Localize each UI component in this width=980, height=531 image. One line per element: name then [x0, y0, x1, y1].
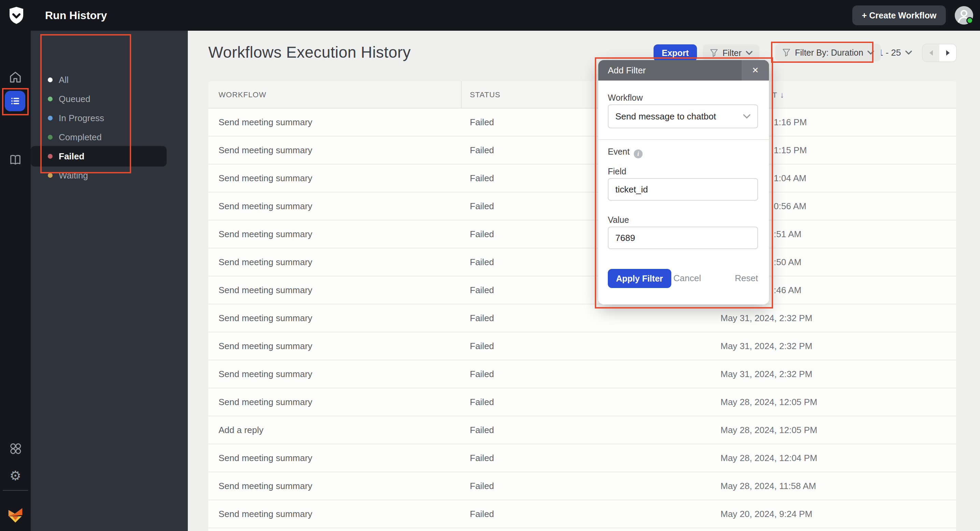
cell-started-at: May 28, 2024, 12:05 PM: [721, 416, 817, 444]
previous-page-button[interactable]: [923, 44, 939, 62]
filter-button-label: Filter: [722, 48, 742, 58]
sidebar-item-all[interactable]: All: [31, 70, 167, 89]
chevron-right-icon: [945, 50, 950, 56]
run-history-nav-button-active[interactable]: [5, 91, 25, 111]
cell-started-at: May 28, 2024, 12:04 PM: [721, 444, 817, 472]
status-dot-icon: [48, 173, 52, 178]
cell-status: Failed: [470, 249, 494, 276]
topbar: Run History + Create Workflow: [0, 0, 980, 31]
dialog-title: Add Filter: [608, 60, 646, 81]
export-button[interactable]: Export: [654, 44, 697, 62]
sidebar-item-queued[interactable]: Queued: [31, 89, 167, 109]
cell-workflow: Send meeting summary: [218, 472, 312, 499]
table-row[interactable]: Add a replyFailedMay 28, 2024, 12:05 PM: [208, 416, 956, 444]
cell-started-at: May 28, 2024, 11:58 AM: [721, 472, 816, 499]
table-row[interactable]: Send meeting summaryFailed:51 AM: [208, 220, 956, 249]
apps-nav-button[interactable]: [0, 442, 31, 455]
cell-workflow: Send meeting summary: [218, 332, 312, 360]
table-row[interactable]: Send meeting summaryFailed1:04 AM: [208, 165, 956, 192]
next-page-button[interactable]: [939, 44, 956, 62]
cell-workflow: Send meeting summary: [218, 500, 312, 528]
value-label: Value: [608, 215, 629, 225]
cell-started-at: :50 AM: [774, 249, 802, 276]
table-row[interactable]: Send meeting summaryFailed1:15 PM: [208, 136, 956, 165]
table-row[interactable]: Send meeting summaryFailedMay 28, 2024, …: [208, 388, 956, 416]
home-icon: [8, 70, 22, 84]
cell-workflow: Send meeting summary: [218, 276, 312, 304]
table-row[interactable]: Send meeting summaryFailed1:16 PM: [208, 109, 956, 136]
settings-nav-button[interactable]: ⚙: [0, 469, 31, 483]
info-icon[interactable]: i: [634, 149, 643, 159]
home-nav-button[interactable]: [0, 70, 31, 84]
filter-by-duration-button[interactable]: Filter By: Duration: [775, 44, 881, 62]
table-row[interactable]: Send meeting summaryFailed0:56 AM: [208, 192, 956, 220]
sidebar-item-label: In Progress: [59, 113, 104, 124]
sidebar-item-label: Waiting: [59, 170, 88, 181]
chevron-down-icon: [743, 114, 751, 119]
cell-workflow: Send meeting summary: [218, 388, 312, 416]
fox-icon: [6, 506, 25, 525]
cell-status: Failed: [470, 276, 494, 304]
cell-started-at: :51 AM: [774, 220, 802, 248]
column-header-started-at[interactable]: T↓: [772, 81, 784, 109]
cell-started-at: May 31, 2024, 2:32 PM: [721, 332, 812, 360]
cell-status: Failed: [470, 109, 494, 136]
status-dot-icon: [48, 116, 52, 120]
status-dot-icon: [48, 97, 52, 101]
sidebar-item-completed[interactable]: Completed: [31, 128, 167, 147]
cell-workflow: Add a reply: [218, 416, 264, 444]
cell-started-at: :46 AM: [774, 276, 802, 304]
cell-status: Failed: [470, 444, 494, 472]
sidebar-item-in-progress[interactable]: In Progress: [31, 109, 167, 128]
close-button[interactable]: ✕: [742, 60, 769, 81]
online-status-dot: [966, 17, 973, 24]
close-icon: ✕: [752, 65, 759, 75]
cell-status: Failed: [470, 500, 494, 528]
table-header: WORKFLOW STATUS T↓: [208, 81, 956, 109]
cell-workflow: Send meeting summary: [218, 109, 312, 136]
cell-started-at: May 28, 2024, 12:05 PM: [721, 388, 817, 416]
cell-status: Failed: [470, 136, 494, 164]
cell-workflow: Send meeting summary: [218, 220, 312, 248]
apply-filter-button[interactable]: Apply Filter: [608, 269, 671, 288]
sidebar-item-label: All: [59, 75, 68, 85]
table-row[interactable]: Send meeting summaryFailedMay 20, 2024, …: [208, 500, 956, 528]
cell-started-at: May 31, 2024, 2:32 PM: [721, 304, 812, 332]
apps-icon: [8, 442, 22, 455]
cell-workflow: Send meeting summary: [218, 360, 312, 388]
main-heading: Workflows Execution History: [208, 43, 411, 62]
docs-nav-button[interactable]: [0, 153, 31, 166]
cell-started-at: May 20, 2024, 9:24 PM: [721, 500, 812, 528]
table-row[interactable]: Send meeting summaryFailedMay 28, 2024, …: [208, 444, 956, 472]
column-header-workflow[interactable]: WORKFLOW: [218, 81, 266, 109]
sort-descending-icon: ↓: [780, 90, 784, 99]
cell-workflow: Send meeting summary: [218, 444, 312, 472]
filter-by-label: Filter By: Duration: [795, 48, 863, 58]
table-row[interactable]: Send meeting summaryFailedMay 31, 2024, …: [208, 360, 956, 388]
workflow-select[interactable]: Send message to chatbot: [608, 105, 758, 128]
cancel-button[interactable]: Cancel: [673, 273, 701, 284]
chevron-left-icon: [929, 50, 934, 56]
cell-workflow: Send meeting summary: [218, 249, 312, 276]
table-row[interactable]: Send meeting summaryFailedMay 31, 2024, …: [208, 332, 956, 360]
table-row[interactable]: Send meeting summaryFailedMay 31, 2024, …: [208, 304, 956, 332]
table-row[interactable]: Send meeting summaryFailed:50 AM: [208, 249, 956, 276]
column-header-status[interactable]: STATUS: [470, 81, 501, 109]
cell-status: Failed: [470, 192, 494, 220]
field-input[interactable]: [608, 178, 758, 201]
cell-started-at: 1:15 PM: [774, 136, 807, 164]
reset-button[interactable]: Reset: [735, 273, 758, 284]
gear-icon: ⚙: [10, 469, 21, 483]
value-input[interactable]: [608, 227, 758, 249]
filter-button[interactable]: Filter: [703, 44, 759, 62]
sidebar-item-failed[interactable]: Failed: [31, 146, 167, 166]
cell-workflow: Send meeting summary: [218, 136, 312, 164]
pagination-range-dropdown[interactable]: 1 - 25: [878, 44, 912, 62]
create-workflow-button[interactable]: + Create Workflow: [852, 5, 946, 25]
nav-rail: ⚙: [0, 31, 31, 531]
status-dot-icon: [48, 154, 52, 159]
table-row[interactable]: Send meeting summaryFailedMay 28, 2024, …: [208, 472, 956, 500]
table-row[interactable]: Send meeting summaryFailed:46 AM: [208, 276, 956, 304]
sidebar-item-waiting[interactable]: Waiting: [31, 166, 167, 185]
cell-workflow: Send meeting summary: [218, 165, 312, 192]
